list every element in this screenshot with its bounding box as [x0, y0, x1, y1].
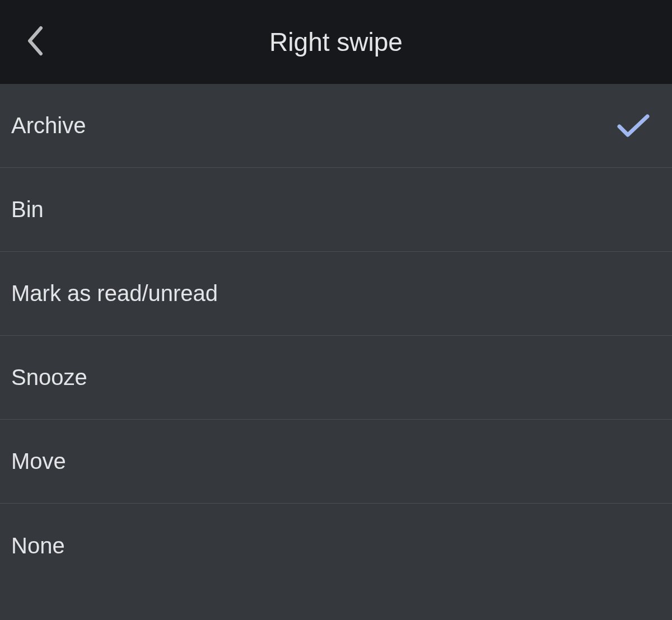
header: Right swipe	[0, 0, 672, 84]
check-icon	[617, 113, 650, 139]
option-label: None	[11, 533, 65, 558]
option-label: Move	[11, 449, 66, 474]
page-title: Right swipe	[0, 27, 672, 57]
options-list: Archive Bin Mark as read/unread Snooze	[0, 84, 672, 588]
option-move[interactable]: Move	[0, 420, 672, 504]
chevron-left-icon	[26, 26, 44, 58]
option-none[interactable]: None	[0, 504, 672, 588]
option-mark-read-unread[interactable]: Mark as read/unread	[0, 252, 672, 336]
back-button[interactable]	[21, 25, 49, 59]
option-archive[interactable]: Archive	[0, 84, 672, 168]
option-label: Archive	[11, 113, 86, 138]
option-label: Mark as read/unread	[11, 281, 218, 306]
option-snooze[interactable]: Snooze	[0, 336, 672, 420]
option-label: Bin	[11, 197, 44, 222]
option-label: Snooze	[11, 365, 87, 390]
option-bin[interactable]: Bin	[0, 168, 672, 252]
